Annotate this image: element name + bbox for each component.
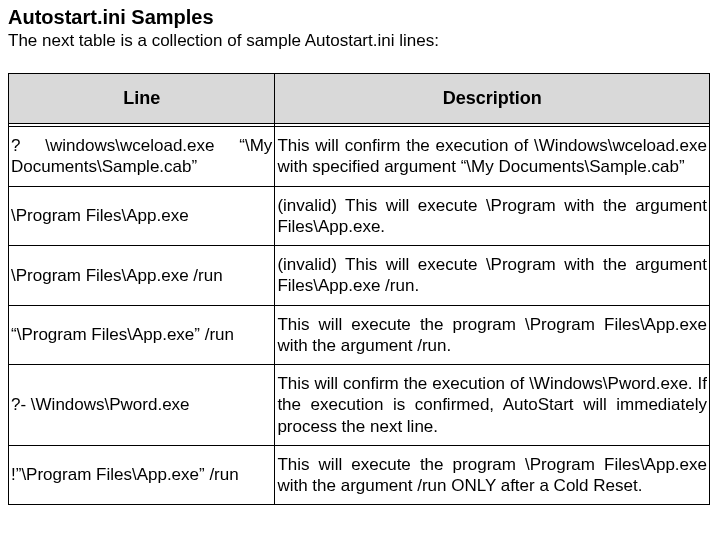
cell-line: \Program Files\App.exe /run [9,246,275,306]
page-subtitle: The next table is a collection of sample… [8,31,710,51]
table-row: “\Program Files\App.exe” /run This will … [9,305,710,365]
table-row: ?- \Windows\Pword.exe This will confirm … [9,365,710,446]
cell-description: This will confirm the execution of \Wind… [275,365,710,446]
cell-description: This will execute the program \Program F… [275,305,710,365]
cell-line: !”\Program Files\App.exe” /run [9,445,275,505]
cell-description: (invalid) This will execute \Program wit… [275,246,710,306]
cell-line: \Program Files\App.exe [9,186,275,246]
cell-description: This will execute the program \Program F… [275,445,710,505]
table-row: \Program Files\App.exe /run (invalid) Th… [9,246,710,306]
table-row: \Program Files\App.exe (invalid) This wi… [9,186,710,246]
header-description: Description [275,74,710,124]
samples-table: Line Description ? \windows\wceload.exe … [8,73,710,505]
cell-line: “\Program Files\App.exe” /run [9,305,275,365]
cell-line: ? \windows\wceload.exe “\My Documents\Sa… [9,127,275,187]
page-title: Autostart.ini Samples [8,6,710,29]
table-header-row: Line Description [9,74,710,124]
table-row: ? \windows\wceload.exe “\My Documents\Sa… [9,127,710,187]
cell-description: This will confirm the execution of \Wind… [275,127,710,187]
cell-line: ?- \Windows\Pword.exe [9,365,275,446]
cell-description: (invalid) This will execute \Program wit… [275,186,710,246]
table-row: !”\Program Files\App.exe” /run This will… [9,445,710,505]
header-line: Line [9,74,275,124]
